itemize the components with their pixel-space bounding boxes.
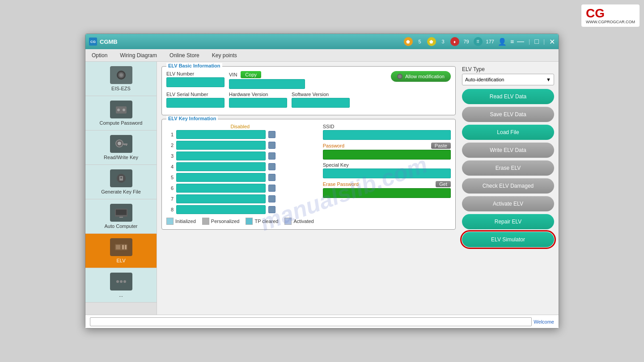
auto-computer-icon (110, 204, 132, 222)
get-button[interactable]: Get (436, 181, 451, 187)
allow-modification-button[interactable]: Allow modification (391, 71, 451, 82)
hw-version-input[interactable] (229, 98, 287, 108)
sidebar-item-compute-password[interactable]: Compute Password (85, 96, 157, 130)
paste-button[interactable]: Paste (431, 143, 451, 149)
elv-key-info-title: ELV Key Information (166, 116, 218, 121)
legend-activated: Activated (284, 218, 314, 225)
elv-serial-input[interactable] (166, 98, 225, 108)
elv-number-input[interactable] (166, 77, 225, 87)
content-area: EIS-EZS Compute Password (85, 62, 559, 315)
elv-type-select[interactable]: Auto-identification ▼ (462, 74, 554, 85)
sidebar-item-generate-key-file[interactable]: Generate Key File (85, 165, 157, 199)
count-2: 3 (440, 39, 447, 44)
sidebar-item-auto-computer[interactable]: Auto Computer (85, 199, 157, 234)
sidebar-label-read-write-key: Read/Write Key (104, 155, 138, 160)
elv-type-value: Auto-identification (465, 77, 504, 82)
menu-icon[interactable]: ≡ (510, 38, 513, 45)
special-key-input[interactable] (323, 168, 451, 178)
load-file-button[interactable]: Load File (462, 125, 554, 140)
logo-area: CG WWW.CGPROGCAR.COM (581, 4, 640, 27)
svg-rect-19 (116, 245, 120, 249)
key-checkbox-4[interactable] (268, 163, 275, 170)
key-row-5: 5 (166, 173, 314, 182)
password-input[interactable] (323, 150, 451, 160)
key-num-6: 6 (166, 185, 174, 191)
key-bar-3[interactable] (176, 152, 266, 160)
menu-key-points[interactable]: Key points (210, 51, 239, 59)
sidebar-item-read-write-key[interactable]: Read/Write Key (85, 130, 157, 165)
key-num-7: 7 (166, 196, 174, 202)
key-checkbox-3[interactable] (268, 152, 275, 160)
allow-mod-label: Allow modification (405, 74, 445, 79)
menu-online-store[interactable]: Online Store (168, 51, 201, 59)
minimize-button[interactable]: — (517, 38, 524, 46)
key-bar-2[interactable] (176, 141, 266, 150)
vin-label-row: VIN Copy (229, 71, 305, 78)
elv-icon (110, 238, 132, 256)
erase-password-input[interactable] (323, 188, 451, 198)
read-elv-data-button[interactable]: Read ELV Data (462, 89, 554, 104)
sidebar-item-more[interactable]: ... (85, 268, 157, 303)
key-checkbox-2[interactable] (268, 142, 275, 149)
menu-option[interactable]: Option (90, 51, 109, 59)
key-row-2: 2 (166, 141, 314, 150)
check-elv-damaged-button[interactable]: Check ELV Damaged (462, 178, 554, 194)
copy-button[interactable]: Copy (241, 71, 261, 78)
svg-rect-21 (125, 245, 127, 249)
key-bar-5[interactable] (176, 173, 266, 182)
status-icon-teal: ⠿ (474, 37, 483, 46)
key-bar-8[interactable] (176, 205, 266, 214)
svg-rect-13 (120, 177, 122, 178)
elv-number-group: ELV Number (166, 71, 225, 87)
legend-initialized: Initialized (166, 218, 196, 225)
panel-area: manualslib.com ELV Basic Information ELV… (157, 62, 460, 315)
more-icon (110, 273, 132, 290)
close-button[interactable]: ✕ (549, 38, 555, 46)
generate-key-file-icon (110, 169, 132, 187)
key-checkbox-7[interactable] (268, 195, 275, 202)
key-checkbox-1[interactable] (268, 131, 275, 138)
title-bar: CG CGMB ⬟ 5 ⬟ 3 ♦ 79 ⠿ 177 👤 ≡ — | □ | ✕ (85, 34, 559, 49)
read-write-key-icon (110, 135, 132, 153)
key-checkbox-6[interactable] (268, 185, 275, 192)
key-bar-4[interactable] (176, 162, 266, 171)
sw-version-input[interactable] (292, 98, 350, 108)
legend-box-tp-cleared (246, 218, 253, 225)
key-rows-col: Disabled 1 2 3 (166, 124, 314, 225)
status-icon-yellow: ⬟ (427, 37, 436, 46)
key-checkbox-8[interactable] (268, 206, 275, 213)
key-bar-1[interactable] (176, 130, 266, 139)
legend-tp-cleared-label: TP cleared (254, 219, 278, 224)
sidebar-item-eis-ezs[interactable]: EIS-EZS (85, 62, 157, 96)
sidebar-item-elv[interactable]: ELV (85, 234, 157, 268)
key-checkbox-5[interactable] (268, 174, 275, 181)
menu-wiring-diagram[interactable]: Wiring Diagram (118, 51, 159, 59)
ssid-input[interactable] (323, 130, 451, 140)
save-elv-data-button[interactable]: Save ELV Data (462, 107, 554, 122)
legend-activated-label: Activated (293, 219, 314, 224)
svg-point-2 (119, 73, 123, 77)
activate-elv-button[interactable]: Activate ELV (462, 196, 554, 211)
user-icon[interactable]: 👤 (498, 38, 507, 46)
elv-number-label: ELV Number (166, 71, 225, 76)
erase-elv-button[interactable]: Erase ELV (462, 160, 554, 176)
svg-point-7 (118, 142, 121, 145)
elv-simulator-button[interactable]: ELV Simulator (462, 232, 554, 247)
elv-serial-label: ELV Serial Number (166, 92, 225, 97)
elv-key-info-group: ELV Key Information Disabled 1 2 (161, 119, 456, 230)
eis-ezs-icon (110, 66, 132, 84)
key-num-5: 5 (166, 175, 174, 180)
elv-type-label: ELV Type (462, 66, 554, 72)
repair-elv-button[interactable]: Repair ELV (462, 214, 554, 229)
key-num-8: 8 (166, 207, 174, 212)
write-elv-data-button[interactable]: Write ELV Data (462, 143, 554, 158)
main-window: CG CGMB ⬟ 5 ⬟ 3 ♦ 79 ⠿ 177 👤 ≡ — | □ | ✕… (85, 34, 559, 328)
vin-input[interactable] (229, 79, 305, 89)
basic-info-row1: ELV Number VIN Copy Allow modifica (166, 71, 451, 89)
key-row-1: 1 (166, 130, 314, 139)
key-bar-7[interactable] (176, 194, 266, 203)
status-input[interactable] (90, 317, 532, 326)
maximize-button[interactable]: □ (534, 38, 539, 46)
key-bar-6[interactable] (176, 184, 266, 193)
sidebar-label-compute-password: Compute Password (100, 120, 143, 126)
